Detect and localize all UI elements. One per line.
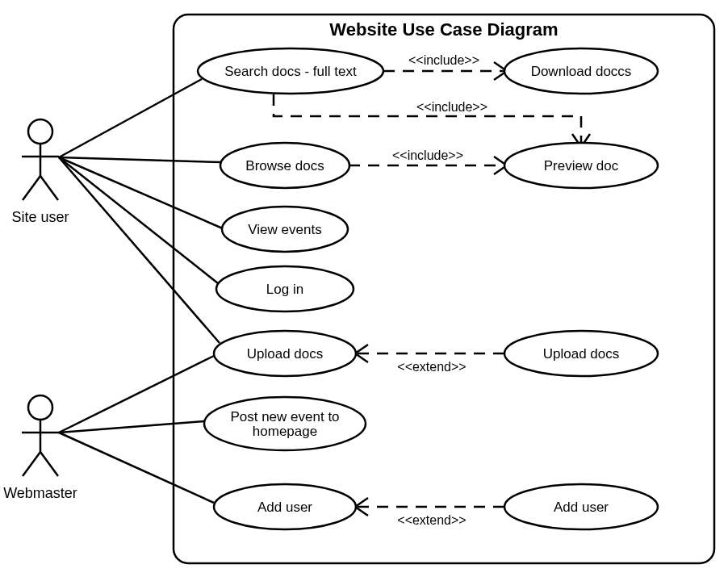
usecase-adduser-left: Add user [214,484,356,529]
usecase-post-event: Post new event to homepage [204,397,366,450]
stereotype-include-3: <<include>> [392,148,463,162]
stereotype-include-2: <<include>> [416,100,487,114]
stereotype-extend-2: <<extend>> [397,513,466,527]
usecase-search: Search docs - full text [198,48,383,94]
svg-line-9 [40,452,58,476]
usecase-label-adduser-left: Add user [257,500,312,515]
usecase-view-events: View events [222,207,348,252]
usecase-label-upload-left: Upload docs [247,346,324,362]
usecase-preview: Preview doc [504,143,658,188]
include-browse-preview: <<include>> [349,148,507,174]
usecase-label-view-events: View events [248,222,321,237]
usecase-label-browse: Browse docs [245,158,324,174]
assoc-siteuser-login [59,157,218,283]
assoc-siteuser-viewevents [59,157,224,229]
usecase-label-download: Download doccs [531,64,632,79]
assoc-siteuser-upload [59,157,220,343]
usecase-login: Log in [216,266,354,311]
usecase-label-search: Search docs - full text [224,64,357,79]
extend-upload: <<extend>> [355,345,504,374]
include-search-preview: <<include>> [274,94,590,147]
usecase-label-preview: Preview doc [544,158,619,174]
usecase-label-post-event-2: homepage [253,424,317,439]
stereotype-include-1: <<include>> [408,53,479,67]
stereotype-extend-1: <<extend>> [397,360,466,374]
usecase-label-adduser-right: Add user [554,500,609,515]
use-case-diagram: Website Use Case Diagram Site user Webma… [0,0,728,577]
assoc-webmaster-postevent [59,421,204,433]
usecase-upload-left: Upload docs [214,331,356,376]
svg-line-8 [23,452,40,476]
include-search-download: <<include>> [383,53,507,80]
actor-webmaster: Webmaster [3,395,77,501]
extend-adduser: <<extend>> [355,498,504,527]
svg-point-0 [28,119,52,144]
assoc-webmaster-upload [59,356,214,433]
usecase-label-post-event-1: Post new event to [230,409,339,424]
usecase-label-login: Log in [266,282,303,297]
actor-label-webmaster: Webmaster [3,485,77,501]
usecase-upload-right: Upload docs [504,331,658,376]
svg-point-5 [28,395,52,420]
actor-site-user: Site user [11,119,69,225]
usecase-label-upload-right: Upload docs [543,346,620,362]
actor-label-site-user: Site user [11,209,69,225]
svg-line-4 [40,176,58,200]
assoc-siteuser-search [59,79,202,157]
assoc-siteuser-browse [59,157,222,162]
usecase-browse: Browse docs [220,143,349,188]
usecase-adduser-right: Add user [504,484,658,529]
usecase-download: Download doccs [504,48,658,94]
diagram-title: Website Use Case Diagram [329,19,558,40]
assoc-webmaster-adduser [59,433,214,503]
svg-line-3 [23,176,40,200]
